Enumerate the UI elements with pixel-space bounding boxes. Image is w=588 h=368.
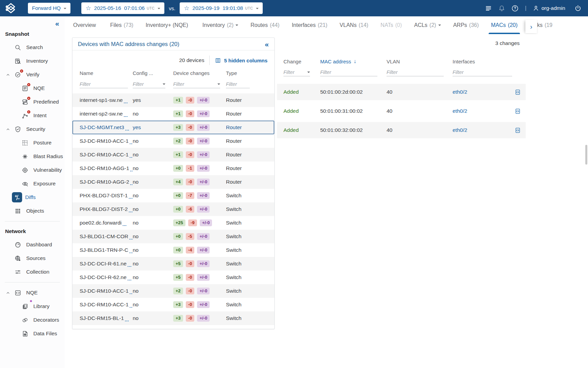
tab-acls[interactable]: ACLs (2) [414, 16, 441, 34]
notifications-bell-icon[interactable] [498, 4, 506, 12]
sidebar-item-verify[interactable]: ✦ Verify [0, 68, 65, 81]
sidebar-item-nqe[interactable]: ✦ NQE [0, 81, 65, 95]
sidebar-item-predefined[interactable]: ✦ Predefined [0, 95, 65, 109]
sidebar-item-exposure[interactable]: ✦ Exposure [0, 177, 65, 190]
truncation-ellipsis[interactable]: … [125, 126, 130, 131]
config-snippet-icon[interactable] [514, 108, 521, 114]
name-filter-input[interactable] [80, 81, 128, 87]
column-header-type[interactable]: Type [226, 70, 270, 76]
tab-inventory-nqe[interactable]: Inventory+ (NQE) [146, 16, 190, 34]
tab-nats[interactable]: NATs (0) [380, 16, 402, 34]
device-changes-filter-input[interactable] [173, 81, 217, 87]
interfaces-filter-input[interactable] [453, 70, 512, 75]
interface-link[interactable]: eth0/2 [453, 89, 507, 95]
column-header-name[interactable]: Name [80, 70, 133, 76]
hidden-columns-button[interactable]: 5 hidden columns [215, 57, 267, 64]
truncation-ellipsis[interactable]: … [124, 113, 128, 117]
truncation-ellipsis[interactable]: … [129, 290, 133, 294]
device-row-internet-sp1-sw-ne[interactable]: internet-sp1-sw.ne… yes +1 -0 +/-0 Route… [72, 93, 274, 107]
chevron-down-icon[interactable] [307, 72, 310, 74]
truncation-ellipsis[interactable]: … [127, 263, 132, 267]
truncation-ellipsis[interactable]: … [128, 195, 133, 199]
device-row-phx-bldg7-dist-2[interactable]: PHX-BLDG7-DIST-2… no +0 -6 +/-0 Switch [72, 202, 274, 216]
user-menu[interactable]: org-admin [533, 5, 565, 12]
column-header-mac-address[interactable]: MAC address ↓ [320, 58, 387, 64]
device-row-poe02-dc-forwardi[interactable]: poe02.dc.forwardi… no +25 -9 +/-0 Switch [72, 216, 274, 230]
vlan-filter-input[interactable] [387, 70, 444, 75]
tab-macs[interactable]: MACs (20) [491, 16, 518, 34]
interface-link[interactable]: eth0/2 [453, 108, 507, 114]
interface-link[interactable]: eth0/2 [453, 127, 507, 133]
chevron-up-icon[interactable] [6, 291, 10, 295]
chevron-down-icon[interactable] [217, 83, 220, 86]
truncation-ellipsis[interactable]: … [130, 167, 133, 171]
device-row-sj-dc-rm10-agg-1[interactable]: SJ-DC-RM10-AGG-1… no +0 -1 +/-0 Router [72, 162, 274, 175]
device-row-sj-dc-rm10-acc-1[interactable]: SJ-DC-RM10-ACC-1… no +2 -0 +/-0 Router [72, 134, 274, 148]
type-filter-input[interactable] [226, 81, 250, 87]
sidebar-item-data-files[interactable]: ✦ Data Files [0, 327, 65, 340]
device-row-sj-dc-rm10-acc-1[interactable]: SJ-DC-RM10-ACC-1… no +1 -0 +/-0 Router [72, 148, 274, 162]
column-header-device-changes[interactable]: Device changes [173, 70, 226, 76]
sidebar-item-decorators[interactable]: ✦ Decorators [0, 313, 65, 327]
config-snippet-icon[interactable] [514, 127, 521, 134]
truncation-ellipsis[interactable]: … [130, 181, 133, 185]
logout-power-icon[interactable] [574, 4, 582, 12]
sidebar-item-security[interactable]: ✦ Security [0, 122, 65, 136]
truncation-ellipsis[interactable]: … [129, 249, 133, 253]
sidebar-item-nqe[interactable]: ✦ NQE [0, 286, 65, 300]
panel-collapse-icon[interactable]: « [265, 41, 269, 48]
tab-arps[interactable]: ARPs (36) [453, 16, 479, 34]
truncation-ellipsis[interactable]: … [122, 222, 127, 226]
device-row-phx-bldg7-dist-1[interactable]: PHX-BLDG7-DIST-1… no +0 -7 +/-0 Switch [72, 189, 274, 202]
sidebar-item-library[interactable]: ✦ Library [0, 300, 65, 313]
column-header-vlan[interactable]: VLAN [387, 59, 453, 64]
sidebar-item-diffs[interactable]: ✦ Diffs [0, 190, 65, 204]
sidebar-item-blast-radius[interactable]: ✦ Blast Radius [0, 150, 65, 163]
truncation-ellipsis[interactable]: … [129, 140, 133, 144]
config-filter-input[interactable] [133, 81, 163, 87]
tab-files[interactable]: Files (73) [110, 16, 133, 34]
device-row-internet-sp2-sw-ne[interactable]: internet-sp2-sw.ne… no +1 -0 +/-0 Router [72, 107, 274, 121]
device-row-sj-dc-dci-r-61-ne[interactable]: SJ-DC-DCI-R-61.ne… no +5 -0 +/-0 Switch [72, 257, 274, 271]
device-row-sj-dc-mgmt-net3[interactable]: SJ-DC-MGMT.net3… yes +3 -0 +/-0 Router [72, 121, 274, 134]
sidebar-item-sources[interactable]: ✦ Sources [0, 251, 65, 265]
sidebar-item-objects[interactable]: ✦ Objects [0, 204, 65, 218]
truncation-ellipsis[interactable]: … [129, 154, 133, 158]
sidebar-item-posture[interactable]: ✦ Posture [0, 136, 65, 150]
device-row-sj-dc-dci-r-62-ne[interactable]: SJ-DC-DCI-R-62.ne… no +5 -0 +/-0 Switch [72, 271, 274, 284]
sidebar-item-dashboard[interactable]: ✦ Dashboard [0, 238, 65, 251]
tab-inventory[interactable]: Inventory (2) [202, 16, 238, 34]
truncation-ellipsis[interactable]: … [129, 304, 133, 308]
truncation-ellipsis[interactable]: … [129, 235, 133, 240]
tab-interfaces[interactable]: Interfaces (21) [292, 16, 327, 34]
mac-change-row-50-01-00-2d-00-02[interactable]: Added 50:01:00:2d:00:02 40 eth0/2 [277, 84, 526, 100]
device-row-sj-dc-rm10-acc-1[interactable]: SJ-DC-RM10-ACC-1… no +3 -0 +/-0 Switch [72, 298, 274, 311]
help-icon[interactable] [511, 4, 519, 12]
column-header-interfaces[interactable]: Interfaces [453, 59, 507, 64]
mac-filter-input[interactable] [320, 70, 377, 75]
config-snippet-icon[interactable] [514, 89, 521, 95]
sidebar-collapse-icon[interactable]: « [55, 20, 59, 27]
chevron-up-icon[interactable] [6, 127, 10, 132]
tab-vlans[interactable]: VLANs (14) [340, 16, 368, 34]
truncation-ellipsis[interactable]: … [125, 317, 129, 321]
column-header-config[interactable]: Config ... [133, 70, 173, 76]
snapshot-a-selector[interactable]: ☆ 2025-05-16 07:01:06 UTC [81, 2, 164, 14]
sidebar-item-vulnerability[interactable]: ✦ Vulnerability [0, 163, 65, 177]
sidebar-item-search[interactable]: ✦ Search [0, 41, 65, 54]
star-icon[interactable]: ☆ [184, 5, 189, 11]
mac-change-row-50-01-00-31-00-02[interactable]: Added 50:01:00:31:00:02 40 eth0/2 [277, 103, 526, 119]
task-list-icon[interactable] [485, 4, 492, 12]
truncation-ellipsis[interactable]: … [127, 276, 132, 280]
truncation-ellipsis[interactable]: … [124, 99, 128, 103]
chevron-up-icon[interactable] [6, 73, 10, 77]
device-row-sj-dc-rm10-agg-2[interactable]: SJ-DC-RM10-AGG-2… no +4 -0 +/-0 Router [72, 175, 274, 189]
truncation-ellipsis[interactable]: … [128, 208, 133, 212]
sidebar-item-inventory[interactable]: ✦ Inventory [0, 54, 65, 68]
tab-scroll-right-button[interactable]: › [525, 20, 537, 33]
tab-overview[interactable]: Overview [73, 16, 98, 34]
forward-networks-logo-icon[interactable] [4, 1, 18, 15]
sidebar-item-collection[interactable]: ✦ Collection [0, 265, 65, 279]
snapshot-b-selector[interactable]: ☆ 2025-09-19 19:01:08 UTC [180, 2, 263, 14]
network-selector[interactable]: Forward HQ [28, 3, 70, 14]
